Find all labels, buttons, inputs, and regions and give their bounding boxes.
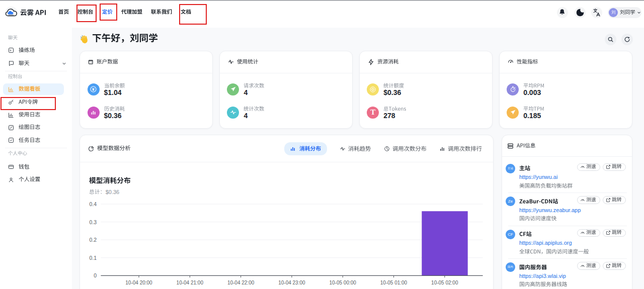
svg-text:0.2: 0.2 xyxy=(89,237,97,243)
svg-text:10-05 02:00: 10-05 02:00 xyxy=(431,280,458,285)
svg-text:10-04 23:00: 10-04 23:00 xyxy=(278,280,305,285)
svg-text:10-04 21:00: 10-04 21:00 xyxy=(177,280,204,285)
svg-text:0.4: 0.4 xyxy=(89,201,97,207)
svg-text:10-05 01:00: 10-05 01:00 xyxy=(380,280,408,285)
svg-text:10-04 22:00: 10-04 22:00 xyxy=(227,280,255,285)
svg-text:10-05 00:00: 10-05 00:00 xyxy=(330,280,357,285)
svg-text:0: 0 xyxy=(94,273,97,279)
svg-text:10-04 20:00: 10-04 20:00 xyxy=(125,280,152,285)
svg-text:0.3: 0.3 xyxy=(89,219,97,225)
svg-text:0.1: 0.1 xyxy=(89,255,97,261)
